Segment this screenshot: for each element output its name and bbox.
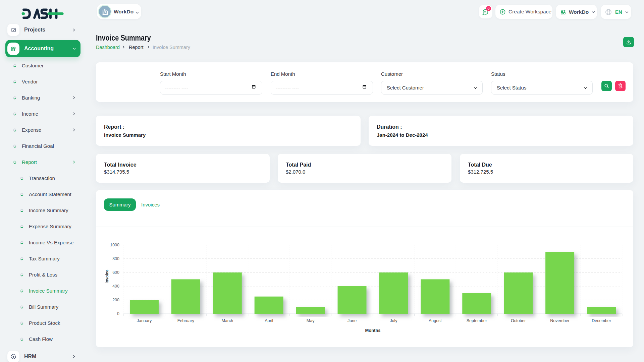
svg-text:July: July <box>390 318 397 323</box>
svg-text:April: April <box>265 318 273 323</box>
svg-text:0: 0 <box>117 311 119 316</box>
svg-text:200: 200 <box>112 298 119 302</box>
svg-text:December: December <box>592 318 611 323</box>
svg-text:Invoice: Invoice <box>105 269 109 284</box>
svg-text:600: 600 <box>112 270 119 275</box>
svg-text:1000: 1000 <box>110 243 119 247</box>
svg-text:June: June <box>347 318 357 323</box>
svg-text:Months: Months <box>365 328 380 333</box>
svg-text:October: October <box>511 318 526 323</box>
svg-text:800: 800 <box>112 256 119 261</box>
svg-text:September: September <box>467 318 487 323</box>
svg-text:February: February <box>177 318 195 323</box>
svg-text:May: May <box>307 318 315 323</box>
svg-text:August: August <box>429 318 442 323</box>
svg-text:November: November <box>550 318 570 323</box>
svg-text:400: 400 <box>112 284 119 289</box>
svg-text:January: January <box>137 318 152 323</box>
svg-text:March: March <box>221 318 233 323</box>
